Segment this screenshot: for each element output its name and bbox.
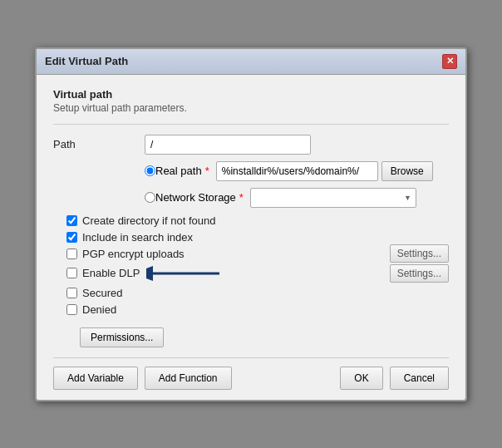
create-dir-label: Create directory if not found [82, 214, 215, 227]
realpath-input[interactable] [216, 161, 378, 181]
path-input[interactable] [145, 135, 311, 155]
network-select-wrapper [250, 188, 416, 208]
secured-checkbox[interactable] [66, 288, 77, 298]
dialog-title: Edit Virtual Path [45, 55, 128, 67]
realpath-label: Real path [155, 165, 202, 177]
network-label-container: Network Storage* [155, 191, 244, 204]
permissions-button[interactable]: Permissions... [80, 327, 164, 347]
network-radio[interactable] [145, 192, 155, 203]
realpath-row: Real path* Browse [53, 161, 449, 181]
realpath-radio[interactable] [145, 165, 155, 176]
annotation-arrow [146, 264, 221, 283]
secured-row: Secured [66, 287, 449, 299]
pgp-encrypt-label: PGP encrypt uploads [82, 248, 185, 260]
secured-label: Secured [82, 287, 122, 299]
section-subtitle: Setup virtual path parameters. [53, 102, 449, 114]
denied-row: Denied [66, 303, 449, 316]
include-search-checkbox[interactable] [66, 232, 77, 243]
realpath-label-container: Real path* [155, 165, 209, 177]
network-row: Network Storage* [53, 188, 449, 208]
path-row: Path [53, 135, 449, 155]
include-search-row: Include in search index [66, 231, 449, 244]
add-function-button[interactable]: Add Function [145, 367, 232, 390]
realpath-input-group: Browse [216, 161, 433, 181]
permissions-row: Permissions... [66, 321, 449, 347]
cancel-button[interactable]: Cancel [390, 367, 449, 390]
create-dir-row: Create directory if not found [66, 214, 449, 227]
network-select[interactable] [250, 188, 416, 208]
network-select-group [250, 188, 416, 208]
pgp-encrypt-row: PGP encrypt uploads Settings... [66, 248, 449, 260]
ok-button[interactable]: OK [340, 367, 382, 390]
bottom-divider [53, 357, 449, 358]
section-divider [53, 124, 449, 125]
bottom-row: Add Variable Add Function OK Cancel [53, 367, 449, 390]
enable-dlp-row: Enable DLP Settings... [66, 264, 449, 283]
dlp-settings-button[interactable]: Settings... [390, 264, 449, 283]
denied-label: Denied [82, 303, 116, 316]
close-button[interactable]: ✕ [442, 54, 457, 69]
title-bar: Edit Virtual Path ✕ [37, 49, 465, 75]
bottom-right-buttons: OK Cancel [340, 367, 449, 390]
pgp-settings-button[interactable]: Settings... [390, 244, 449, 263]
realpath-required: * [205, 165, 209, 177]
section-title: Virtual path [53, 88, 449, 101]
browse-button[interactable]: Browse [381, 161, 433, 181]
edit-virtual-path-dialog: Edit Virtual Path ✕ Virtual path Setup v… [35, 47, 467, 401]
enable-dlp-checkbox[interactable] [66, 268, 77, 278]
enable-dlp-label: Enable DLP [82, 267, 140, 279]
path-label: Path [53, 138, 145, 150]
dialog-body: Virtual path Setup virtual path paramete… [37, 75, 465, 400]
create-dir-checkbox[interactable] [66, 215, 77, 226]
pgp-encrypt-checkbox[interactable] [66, 249, 77, 259]
denied-checkbox[interactable] [66, 304, 77, 315]
add-variable-button[interactable]: Add Variable [53, 367, 138, 390]
include-search-label: Include in search index [82, 231, 193, 244]
network-required: * [239, 191, 244, 204]
network-label: Network Storage [155, 191, 236, 204]
checkboxes-section: Create directory if not found Include in… [53, 214, 449, 347]
bottom-left-buttons: Add Variable Add Function [53, 367, 232, 390]
